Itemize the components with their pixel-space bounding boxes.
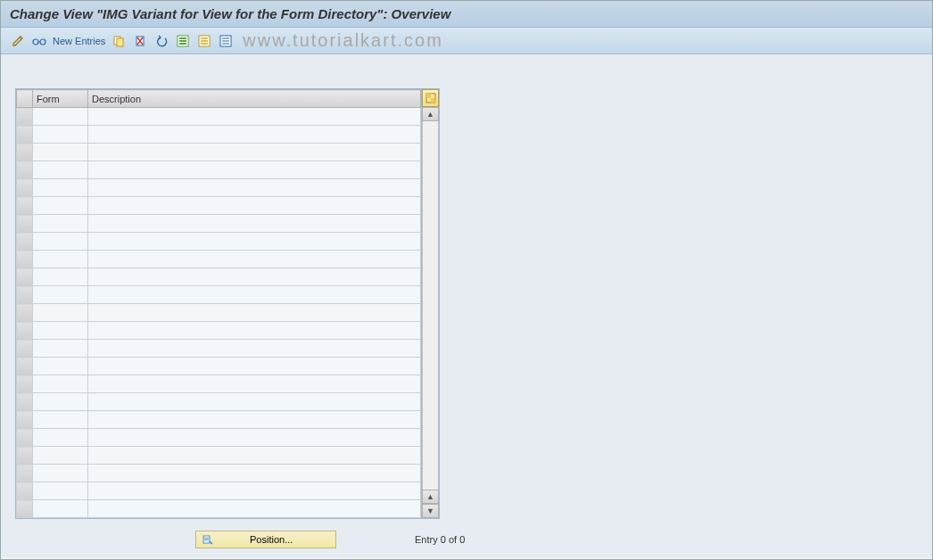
form-cell[interactable] (33, 304, 88, 322)
description-cell[interactable] (88, 322, 421, 340)
table-row[interactable] (17, 251, 421, 268)
table-row[interactable] (17, 144, 421, 161)
form-cell[interactable] (33, 340, 88, 358)
undo-icon[interactable] (153, 33, 169, 49)
description-cell[interactable] (88, 482, 421, 500)
row-selector[interactable] (17, 500, 33, 518)
description-cell[interactable] (88, 126, 421, 144)
row-selector[interactable] (17, 340, 33, 358)
description-cell[interactable] (88, 268, 421, 286)
form-cell[interactable] (33, 429, 88, 447)
form-cell[interactable] (33, 500, 88, 518)
row-selector[interactable] (17, 465, 33, 482)
deselect-all-icon[interactable] (218, 33, 234, 49)
form-cell[interactable] (33, 411, 88, 429)
table-row[interactable] (17, 411, 421, 429)
table-row[interactable] (17, 429, 421, 447)
table-row[interactable] (17, 322, 421, 340)
row-selector[interactable] (17, 251, 33, 268)
description-cell[interactable] (88, 144, 421, 161)
description-cell[interactable] (88, 215, 421, 233)
description-cell[interactable] (88, 500, 421, 518)
table-row[interactable] (17, 304, 421, 322)
table-row[interactable] (17, 233, 421, 251)
description-cell[interactable] (88, 197, 421, 215)
table-row[interactable] (17, 126, 421, 144)
form-cell[interactable] (33, 161, 88, 179)
row-selector[interactable] (17, 429, 33, 447)
row-selector[interactable] (17, 482, 33, 500)
form-cell[interactable] (33, 233, 88, 251)
form-cell[interactable] (33, 215, 88, 233)
form-cell[interactable] (33, 375, 88, 393)
description-cell[interactable] (88, 108, 421, 126)
row-selector[interactable] (17, 126, 33, 144)
table-row[interactable] (17, 375, 421, 393)
form-cell[interactable] (33, 144, 88, 161)
row-selector[interactable] (17, 161, 33, 179)
row-selector[interactable] (17, 144, 33, 161)
row-selector[interactable] (17, 233, 33, 251)
scroll-down2-button[interactable]: ▼ (422, 504, 439, 518)
row-selector[interactable] (17, 268, 33, 286)
row-selector[interactable] (17, 108, 33, 126)
table-row[interactable] (17, 340, 421, 358)
table-row[interactable] (17, 286, 421, 304)
table-row[interactable] (17, 215, 421, 233)
table-row[interactable] (17, 500, 421, 518)
description-cell[interactable] (88, 179, 421, 197)
form-cell[interactable] (33, 465, 88, 482)
scroll-up-button[interactable]: ▲ (422, 107, 439, 121)
row-selector[interactable] (17, 447, 33, 465)
row-selector[interactable] (17, 393, 33, 411)
form-cell[interactable] (33, 251, 88, 268)
row-selector[interactable] (17, 358, 33, 375)
description-cell[interactable] (88, 251, 421, 268)
form-cell[interactable] (33, 108, 88, 126)
row-selector[interactable] (17, 179, 33, 197)
description-cell[interactable] (88, 375, 421, 393)
form-cell[interactable] (33, 482, 88, 500)
form-cell[interactable] (33, 286, 88, 304)
description-cell[interactable] (88, 447, 421, 465)
table-row[interactable] (17, 161, 421, 179)
new-entries-button[interactable]: New Entries (53, 36, 105, 46)
table-row[interactable] (17, 447, 421, 465)
description-cell[interactable] (88, 465, 421, 482)
delete-icon[interactable] (132, 33, 148, 49)
row-selector[interactable] (17, 286, 33, 304)
row-selector[interactable] (17, 411, 33, 429)
form-cell[interactable] (33, 322, 88, 340)
description-cell[interactable] (88, 393, 421, 411)
description-cell[interactable] (88, 340, 421, 358)
form-cell[interactable] (33, 268, 88, 286)
form-column-header[interactable]: Form (33, 90, 88, 108)
select-block-icon[interactable] (196, 33, 212, 49)
change-icon[interactable] (10, 33, 26, 49)
copy-icon[interactable] (111, 33, 127, 49)
description-cell[interactable] (88, 429, 421, 447)
table-row[interactable] (17, 197, 421, 215)
row-selector[interactable] (17, 304, 33, 322)
description-cell[interactable] (88, 233, 421, 251)
description-cell[interactable] (88, 286, 421, 304)
description-cell[interactable] (88, 304, 421, 322)
table-row[interactable] (17, 482, 421, 500)
form-cell[interactable] (33, 126, 88, 144)
form-cell[interactable] (33, 179, 88, 197)
scroll-track[interactable] (422, 121, 439, 490)
table-row[interactable] (17, 358, 421, 375)
table-row[interactable] (17, 108, 421, 126)
form-cell[interactable] (33, 393, 88, 411)
row-selector[interactable] (17, 322, 33, 340)
row-selector[interactable] (17, 215, 33, 233)
table-settings-button[interactable] (422, 89, 439, 107)
select-all-icon[interactable] (175, 33, 191, 49)
glasses-icon[interactable] (31, 33, 47, 49)
description-cell[interactable] (88, 411, 421, 429)
row-selector[interactable] (17, 375, 33, 393)
row-selector[interactable] (17, 197, 33, 215)
description-cell[interactable] (88, 161, 421, 179)
table-row[interactable] (17, 268, 421, 286)
table-row[interactable] (17, 393, 421, 411)
